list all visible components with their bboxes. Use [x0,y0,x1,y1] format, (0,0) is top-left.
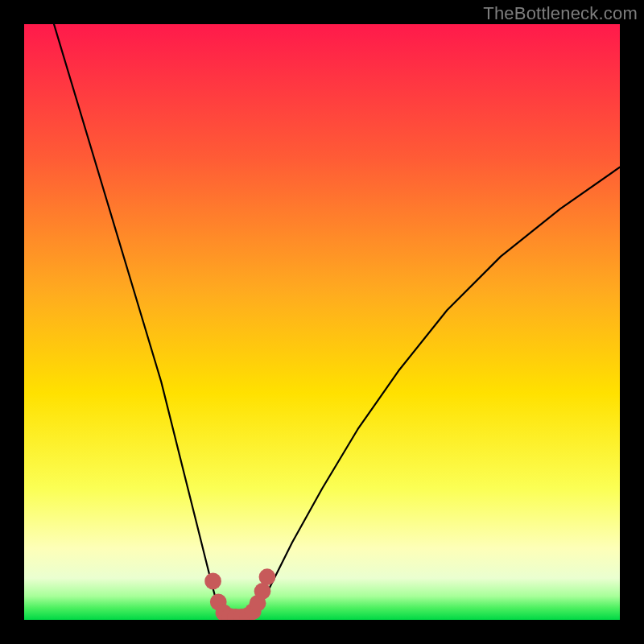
chart-frame [24,24,620,620]
highlight-dot [259,568,276,585]
bottleneck-curve-plot [24,24,620,620]
gradient-background [24,24,620,620]
highlight-dot [204,573,221,590]
highlight-dot [254,583,271,600]
watermark-text: TheBottleneck.com [483,3,638,24]
